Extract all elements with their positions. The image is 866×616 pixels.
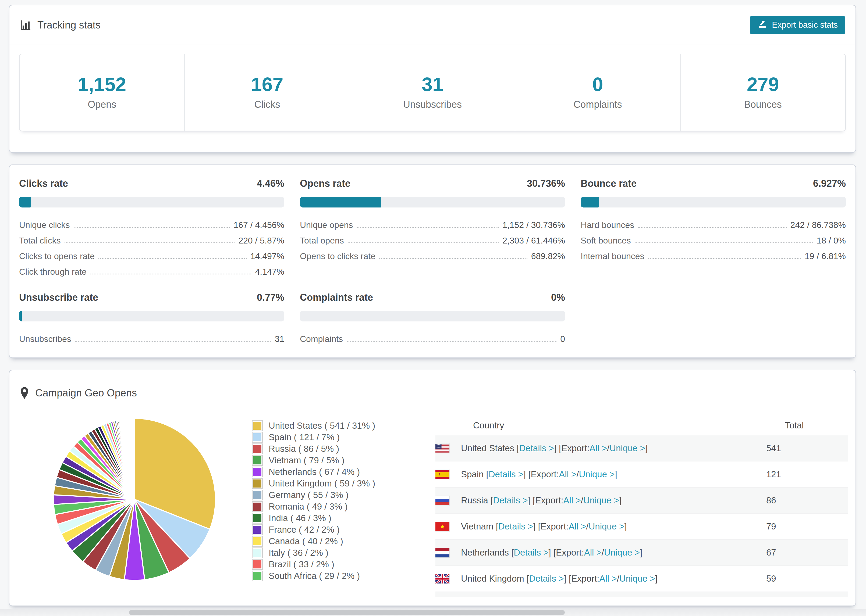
slash-text: / [607, 443, 609, 453]
rate-progress-fill [300, 197, 381, 207]
export-unique-link[interactable]: Unique > [579, 469, 614, 479]
rate-row-value: 689.82% [531, 251, 565, 261]
export-all-link[interactable]: All > [568, 522, 586, 532]
rate-value: 4.46% [257, 178, 284, 189]
stat-cell-clicks: 167Clicks [185, 54, 350, 130]
rate-row-value: 220 / 5.87% [238, 236, 284, 246]
rate-title: Bounce rate [581, 178, 636, 189]
details-link[interactable]: Details > [519, 443, 554, 453]
horizontal-scrollbar-thumb[interactable] [129, 610, 565, 615]
legend-item-south-africa[interactable]: South Africa ( 29 / 2% ) [252, 570, 424, 581]
legend-item-netherlands[interactable]: Netherlands ( 67 / 4% ) [252, 466, 424, 478]
legend-item-united-states[interactable]: United States ( 541 / 31% ) [252, 420, 424, 431]
details-link[interactable]: Details > [489, 469, 523, 479]
legend-item-united-kingdom[interactable]: United Kingdom ( 59 / 3% ) [252, 478, 424, 489]
geo-table-row-us: United States [Details >] [Export: All >… [435, 435, 848, 462]
rate-title: Opens rate [300, 178, 350, 189]
bar-chart-icon [20, 19, 31, 31]
rate-row: Opens to clicks rate689.82% [300, 246, 565, 261]
stat-value: 31 [422, 75, 443, 94]
legend-label: Vietnam ( 79 / 5% ) [269, 455, 345, 465]
geo-table-wrap: CountryTotalUnited States [Details >] [E… [435, 415, 848, 597]
rate-row: Soft bounces18 / 0% [581, 230, 846, 246]
legend-item-brazil[interactable]: Brazil ( 33 / 2% ) [252, 558, 424, 570]
dotted-leader [347, 341, 556, 342]
dotted-leader [90, 273, 252, 274]
rate-block-header: Unsubscribe rate0.77% [19, 292, 284, 303]
legend-item-germany[interactable]: Germany ( 55 / 3% ) [252, 489, 424, 501]
stat-value: 1,152 [78, 75, 126, 94]
rate-value: 30.736% [527, 178, 565, 189]
details-link[interactable]: Details > [514, 547, 548, 558]
rate-row-label: Total clicks [19, 236, 61, 246]
legend-label: Germany ( 55 / 3% ) [269, 490, 348, 500]
legend-swatch [252, 478, 263, 489]
geo-country-cell: Spain [Details >] [Export: All > / Uniqu… [435, 462, 766, 487]
dotted-leader [648, 258, 801, 259]
horizontal-scrollbar[interactable] [0, 609, 866, 616]
legend-item-italy[interactable]: Italy ( 36 / 2% ) [252, 547, 424, 558]
export-all-link[interactable]: All > [589, 443, 607, 453]
export-basic-stats-button[interactable]: Export basic stats [750, 16, 845, 34]
rate-row: Unsubscribes31 [19, 328, 284, 344]
export-unique-link[interactable]: Unique > [589, 522, 624, 532]
geo-table-header-country: Country [435, 415, 766, 435]
bracket-text: ] [Export: [564, 574, 599, 584]
rate-progress-bar [300, 197, 565, 207]
legend-item-france[interactable]: France ( 42 / 2% ) [252, 524, 424, 535]
legend-swatch [252, 513, 263, 523]
stat-value: 279 [747, 75, 779, 94]
export-icon [757, 19, 768, 31]
dotted-leader [348, 242, 499, 243]
export-all-link[interactable]: All > [559, 469, 576, 479]
legend-label: Spain ( 121 / 7% ) [269, 432, 340, 442]
details-link[interactable]: Details > [529, 574, 564, 584]
export-all-link[interactable]: All > [600, 574, 617, 584]
legend-swatch [252, 547, 263, 558]
geo-table-row-nl: Netherlands [Details >] [Export: All > /… [435, 540, 848, 566]
geo-table-row-vn: Vietnam [Details >] [Export: All > / Uni… [435, 514, 848, 540]
geo-opens-pie-chart[interactable] [50, 415, 219, 584]
bracket-text: ] [625, 522, 627, 532]
rate-block-header: Complaints rate0% [300, 292, 565, 303]
legend-item-russia[interactable]: Russia ( 86 / 5% ) [252, 443, 424, 454]
tracking-card-header: Tracking stats Export basic stats [9, 5, 855, 45]
rate-block-opens-rate: Opens rate30.736%Unique opens1,152 / 30.… [300, 178, 565, 277]
legend-item-vietnam[interactable]: Vietnam ( 79 / 5% ) [252, 454, 424, 466]
rate-row-label: Complaints [300, 334, 343, 344]
legend-swatch [252, 524, 263, 535]
bracket-text: ] [Export: [554, 443, 589, 453]
export-all-link[interactable]: All > [564, 495, 581, 506]
legend-item-india[interactable]: India ( 46 / 3% ) [252, 512, 424, 524]
bracket-text: ] [614, 469, 617, 479]
rate-progress-fill [581, 197, 599, 207]
geo-country-cell: United Kingdom [Details >] [Export: All … [435, 566, 766, 592]
legend-item-spain[interactable]: Spain ( 121 / 7% ) [252, 431, 424, 443]
rate-block-complaints-rate: Complaints rate0%Complaints0 [300, 292, 565, 344]
dotted-leader [75, 341, 271, 342]
export-unique-link[interactable]: Unique > [583, 495, 619, 506]
rate-row-value: 167 / 4.456% [233, 220, 284, 230]
legend-swatch [252, 570, 263, 581]
legend-item-canada[interactable]: Canada ( 40 / 2% ) [252, 535, 424, 547]
rate-progress-fill [19, 311, 22, 321]
legend-swatch [252, 559, 263, 570]
gb-flag-icon [435, 574, 449, 583]
export-unique-link[interactable]: Unique > [609, 443, 645, 453]
vn-flag-icon [435, 522, 449, 531]
export-all-link[interactable]: All > [584, 547, 601, 558]
export-unique-link[interactable]: Unique > [604, 547, 640, 558]
legend-item-romania[interactable]: Romania ( 49 / 3% ) [252, 501, 424, 512]
details-link[interactable]: Details > [493, 495, 527, 506]
geo-card-title: Campaign Geo Opens [20, 387, 137, 400]
slash-text: / [576, 469, 579, 479]
geo-table-header-total: Total [766, 415, 848, 435]
export-unique-link[interactable]: Unique > [619, 574, 655, 584]
details-link[interactable]: Details > [498, 522, 533, 532]
bracket-text: ] [Export: [533, 522, 568, 532]
stat-label: Clicks [254, 99, 280, 110]
stat-cell-unsubscribes: 31Unsubscribes [350, 54, 515, 130]
rate-title: Complaints rate [300, 292, 373, 303]
rate-row-label: Click through rate [19, 267, 87, 277]
country-name: Vietnam [ [461, 522, 498, 532]
